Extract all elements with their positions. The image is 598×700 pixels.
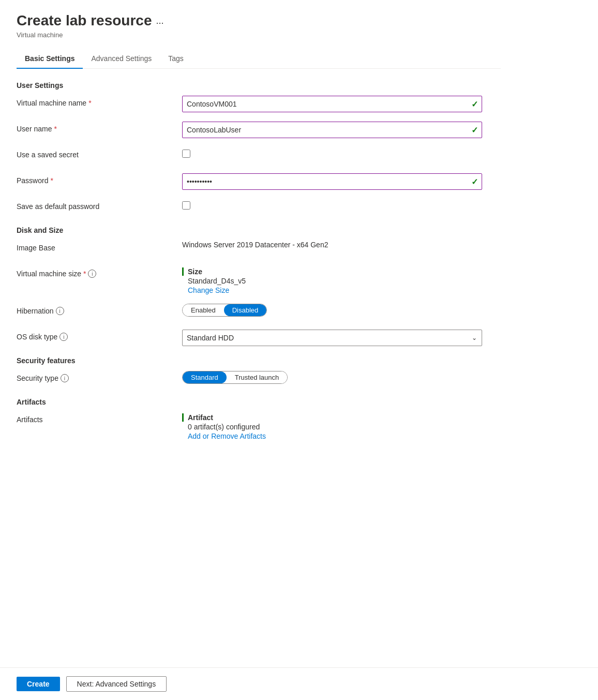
size-value: Standard_D4s_v5 [182,277,501,285]
artifacts-row: Artifacts Artifact 0 artifact(s) configu… [17,412,501,440]
vm-name-label: Virtual machine name * [17,96,182,107]
artifacts-section-header: Artifacts [17,398,501,406]
image-base-control: Windows Server 2019 Datacenter - x64 Gen… [182,241,501,249]
save-default-password-checkbox[interactable] [182,201,190,210]
image-base-row: Image Base Windows Server 2019 Datacente… [17,241,501,257]
tab-tags[interactable]: Tags [160,49,192,69]
artifacts-control: Artifact 0 artifact(s) configured Add or… [182,412,501,440]
vm-size-label: Virtual machine size * i [17,266,182,278]
security-type-control: Standard Trusted launch [182,371,501,384]
security-trusted-btn[interactable]: Trusted launch [227,371,288,383]
hibernation-disabled-btn[interactable]: Disabled [224,304,267,316]
use-saved-secret-label: Use a saved secret [17,147,182,159]
artifact-block: Artifact 0 artifact(s) configured Add or… [182,412,501,440]
hibernation-row: Hibernation i Enabled Disabled [17,304,501,320]
user-name-label: User name * [17,122,182,133]
size-block: Size Standard_D4s_v5 Change Size [182,266,501,294]
add-remove-artifacts-link[interactable]: Add or Remove Artifacts [182,432,501,440]
password-row: Password * ✓ [17,173,501,190]
security-type-row: Security type i Standard Trusted launch [17,371,501,388]
image-base-value: Windows Server 2019 Datacenter - x64 Gen… [182,237,328,249]
page-title: Create lab resource [17,12,152,29]
next-advanced-settings-button[interactable]: Next: Advanced Settings [66,676,167,692]
tabs-container: Basic Settings Advanced Settings Tags [17,49,501,69]
ellipsis-button[interactable]: ... [156,16,163,26]
password-check-icon: ✓ [471,177,478,187]
vm-size-info-icon[interactable]: i [88,270,96,278]
security-features-header: Security features [17,356,501,365]
tab-basic-settings[interactable]: Basic Settings [17,49,83,69]
disk-and-size-header: Disk and Size [17,226,501,234]
password-control: ✓ [182,173,501,190]
hibernation-toggle-group: Enabled Disabled [182,304,267,317]
save-default-password-row: Save as default password [17,199,501,216]
user-settings-header: User Settings [17,81,501,90]
image-base-label: Image Base [17,241,182,252]
security-type-info-icon[interactable]: i [61,374,69,382]
use-saved-secret-checkbox[interactable] [182,150,190,158]
save-default-password-label: Save as default password [17,199,182,211]
user-name-row: User name * ✓ [17,122,501,138]
vm-size-control: Size Standard_D4s_v5 Change Size [182,266,501,294]
page-subtitle: Virtual machine [17,31,501,39]
vm-name-required: * [88,99,91,107]
os-disk-type-select[interactable]: Standard HDD Standard SSD Premium SSD [182,330,482,346]
vm-name-row: Virtual machine name * ✓ [17,96,501,112]
artifacts-label: Artifacts [17,412,182,424]
os-disk-type-label: OS disk type i [17,330,182,341]
change-size-link[interactable]: Change Size [182,286,501,294]
create-button[interactable]: Create [17,677,60,691]
os-disk-type-info-icon[interactable]: i [59,333,68,341]
hibernation-label: Hibernation i [17,304,182,315]
artifact-heading: Artifact [182,413,501,422]
hibernation-enabled-btn[interactable]: Enabled [183,304,224,316]
security-standard-btn[interactable]: Standard [183,371,227,383]
security-type-label: Security type i [17,371,182,382]
user-name-check-icon: ✓ [471,125,478,135]
vm-size-required: * [83,270,86,278]
vm-size-row: Virtual machine size * i Size Standard_D… [17,266,501,294]
use-saved-secret-control [182,147,501,158]
user-name-control: ✓ [182,122,501,138]
vm-name-input[interactable] [182,96,482,112]
use-saved-secret-row: Use a saved secret [17,147,501,164]
hibernation-control: Enabled Disabled [182,304,501,317]
vm-name-control: ✓ [182,96,501,112]
save-default-password-control [182,199,501,210]
os-disk-type-control: Standard HDD Standard SSD Premium SSD ⌄ [182,330,501,346]
password-required: * [50,176,53,185]
security-type-toggle-group: Standard Trusted launch [182,371,288,384]
size-heading: Size [182,267,501,276]
password-input[interactable] [182,173,482,190]
user-name-required: * [54,125,56,133]
password-label: Password * [17,173,182,185]
vm-name-check-icon: ✓ [471,99,478,109]
os-disk-type-row: OS disk type i Standard HDD Standard SSD… [17,330,501,346]
tab-advanced-settings[interactable]: Advanced Settings [83,49,160,69]
artifact-count: 0 artifact(s) configured [182,423,501,431]
bottom-bar: Create Next: Advanced Settings [0,667,598,700]
user-name-input[interactable] [182,122,482,138]
hibernation-info-icon[interactable]: i [56,307,64,315]
